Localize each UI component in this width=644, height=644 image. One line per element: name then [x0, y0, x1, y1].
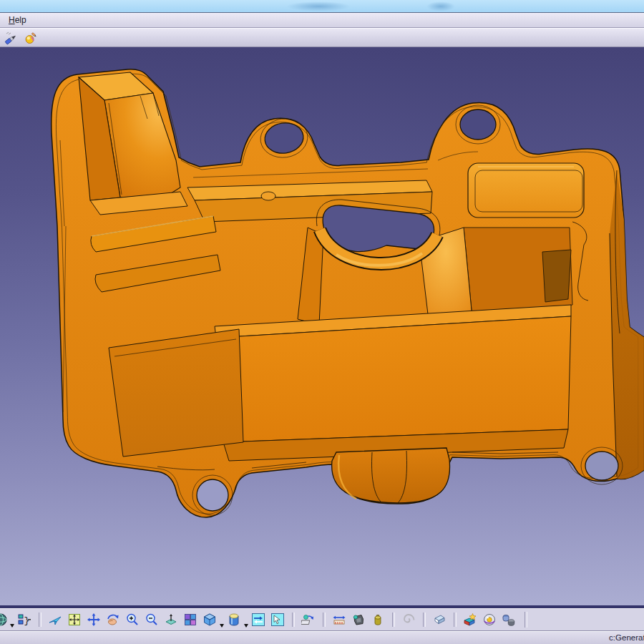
menu-bar: Help — [0, 13, 644, 28]
swap-visible-space-icon[interactable] — [270, 612, 286, 628]
design-table-icon[interactable]: } — [16, 612, 32, 628]
toolbar-separator — [292, 613, 295, 627]
dropdown-arrow-icon[interactable] — [10, 624, 14, 628]
toolbar-separator — [454, 613, 457, 627]
zoom-out-icon[interactable] — [144, 612, 160, 628]
isometric-view-icon[interactable] — [202, 612, 218, 628]
fly-mode-icon[interactable] — [47, 612, 63, 628]
normal-view-icon[interactable] — [163, 612, 179, 628]
command-input[interactable]: c:Generate — [609, 633, 644, 642]
eraser-icon[interactable] — [431, 612, 447, 628]
apply-material-icon[interactable] — [23, 30, 39, 46]
title-smudge — [426, 1, 455, 11]
zoom-in-icon[interactable] — [125, 612, 140, 628]
manipulation-icon[interactable] — [301, 612, 316, 628]
painter-icon[interactable] — [4, 30, 19, 46]
hide-show-icon[interactable] — [250, 612, 266, 628]
dropdown-arrow-icon[interactable] — [220, 624, 224, 628]
measure-between-icon[interactable] — [331, 612, 347, 628]
clipped-globe-icon[interactable] — [0, 612, 8, 628]
dropdown-arrow-icon[interactable] — [244, 624, 248, 628]
multi-view-icon[interactable] — [182, 612, 198, 628]
viewport-3d[interactable] — [0, 47, 644, 605]
status-bar: c:Generate — [0, 630, 644, 644]
pan-icon[interactable] — [86, 612, 102, 628]
svg-text:}: } — [24, 615, 30, 626]
bottom-toolbar: } — [0, 605, 644, 630]
title-bar[interactable] — [0, 0, 644, 13]
toolbar-separator — [39, 613, 42, 627]
part-model[interactable] — [0, 47, 644, 605]
measure-inertia-icon[interactable] — [370, 612, 386, 628]
measure-item-icon[interactable] — [351, 612, 366, 628]
render-style-icon[interactable] — [226, 612, 242, 628]
rotate-icon[interactable] — [105, 612, 121, 628]
render-sphere-icon[interactable] — [482, 612, 497, 628]
toolbar-separator — [323, 613, 326, 627]
dual-cylinder-icon[interactable] — [501, 612, 517, 628]
spiral-icon[interactable] — [401, 612, 416, 628]
top-toolbar — [0, 28, 644, 47]
title-smudge — [286, 1, 351, 11]
star-box-icon[interactable] — [462, 612, 478, 628]
toolbar-separator — [423, 613, 426, 627]
fit-all-in-icon[interactable] — [67, 612, 82, 628]
menu-item-help[interactable]: Help — [3, 14, 32, 26]
toolbar-end-groove — [525, 612, 527, 628]
toolbar-separator — [392, 613, 395, 627]
